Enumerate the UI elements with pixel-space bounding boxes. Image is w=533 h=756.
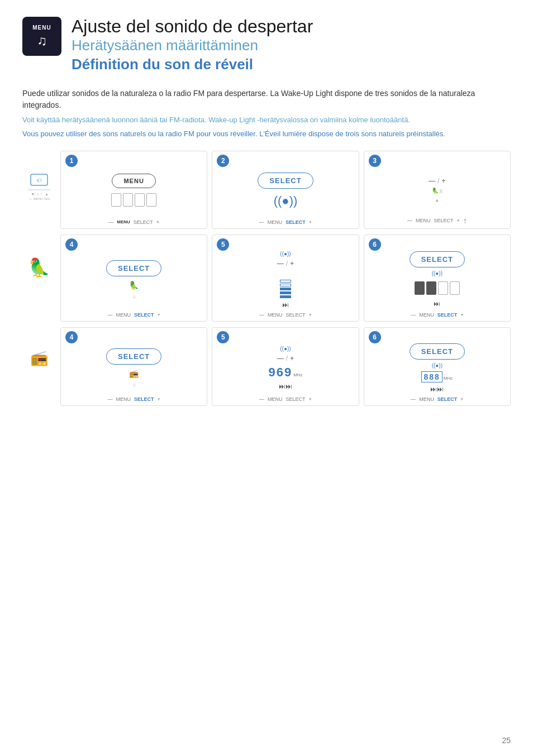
panel-step4: 4 SELECT 🦜 ♫ — MENU SELECT +	[60, 235, 207, 322]
page: MENU ♫ Ajuste del sonido de despertar He…	[0, 0, 533, 439]
step6fm-ctrl: — MENU SELECT +	[411, 396, 463, 402]
bird-icon-small: 🦜	[432, 188, 439, 194]
body-text-fr: Vous pouvez utiliser des sons naturels o…	[22, 128, 511, 140]
step1-ctrl: — MENU SELECT +	[108, 219, 159, 225]
step2-ctrl: — MENU SELECT +	[259, 219, 312, 225]
step5n-minusplus: — / +	[277, 260, 294, 267]
step6fm-content: SELECT ((●)) 888 MHz ⏭⏭ — MENU	[370, 332, 505, 402]
ctrl-select4-hl: SELECT	[134, 312, 154, 318]
body-text: Puede utilizar sonidos de la naturaleza …	[22, 88, 511, 140]
step6n-ctrl: — MENU SELECT +	[411, 312, 463, 318]
step6fm-num: 6	[369, 331, 381, 343]
step1-content: MENU — MENU SELECT +	[66, 156, 201, 225]
step4fm-select-btn[interactable]: SELECT	[106, 348, 161, 365]
svg-text:□: □	[34, 193, 36, 196]
step5fm-content: ((●)) — / + 969 MHz ⏭⏭	[218, 332, 353, 402]
step4fm-radio: 📻	[129, 369, 139, 378]
display-cell-1	[111, 193, 121, 207]
skip-fwd6fm: ⏭⏭	[430, 385, 444, 393]
step4-content: SELECT 🦜 ♫ — MENU SELECT +	[66, 240, 201, 318]
instruction-row-1: 🏷 ▼ □ ♪ ○ ▲ — MENU SELECT +	[22, 151, 511, 229]
ctrl-menu4: MENU	[116, 312, 131, 318]
seg4	[280, 284, 291, 286]
ctrl-menu5fm: MENU	[268, 396, 283, 402]
music-icon: ♫	[37, 33, 47, 49]
step1-menu-btn[interactable]: MENU	[112, 174, 155, 188]
sound-wave-icon: ((●))	[280, 251, 291, 257]
device-icon-row1: 🏷 ▼ □ ♪ ○ ▲ — MENU SELECT +	[28, 173, 50, 201]
row3-panels: 4 SELECT 📻 ♫ — MENU SELECT +	[60, 327, 511, 406]
panel-step6-fm: 6 SELECT ((●)) 888 MHz ⏭⏭	[364, 327, 511, 406]
display-cell-2	[123, 193, 133, 207]
display-cell-3	[135, 193, 145, 207]
step6fm-wave: ((●))	[432, 362, 442, 369]
step2-num: 2	[217, 155, 229, 167]
d2	[426, 281, 436, 295]
step5n-controls: ((●))	[280, 251, 291, 257]
ctrl-menu4fm: MENU	[116, 396, 131, 402]
plus-icon: +	[441, 177, 445, 185]
panel-step3: 3 — / + 🦜 ))	[364, 151, 511, 229]
panel-step2: 2 SELECT ((●)) — MENU SELECT +	[212, 151, 359, 229]
step3-vol-label: ▲	[435, 198, 439, 203]
step6n-num: 6	[369, 238, 381, 251]
ctrl-menu3: MENU	[416, 218, 431, 223]
ctrl-plus5fm: +	[309, 396, 312, 402]
ctrl-plus4fm: +	[158, 396, 160, 402]
step4fm-sound: ♫	[132, 382, 136, 387]
sound-icon: ((●))	[274, 194, 298, 208]
step2-select-btn[interactable]: SELECT	[258, 173, 313, 189]
ctrl-menu6n: MENU	[419, 312, 434, 318]
step3-device-label: ))	[440, 188, 442, 193]
title-fi: Herätysäänen määrittäminen	[72, 36, 313, 55]
body-text-fi: Voit käyttää herätysäänenä luonnon ääniä…	[22, 114, 511, 126]
menu-icon-label: MENU	[32, 25, 51, 31]
ctrl-select3: SELECT	[434, 218, 453, 223]
step4-bird: 🦜	[129, 281, 139, 290]
fm-freq-display: 969 MHz	[268, 365, 302, 380]
step1-display	[111, 193, 156, 207]
ctrl-select4fm-hl: SELECT	[134, 396, 154, 402]
ctrl-minus5fm: —	[259, 396, 264, 402]
step4fm-content: SELECT 📻 ♫ — MENU SELECT +	[66, 332, 201, 402]
ctrl-plus3: +	[456, 218, 459, 223]
seg3	[280, 288, 291, 290]
d3	[438, 281, 448, 295]
panel-step1: 1 MENU — M	[60, 151, 207, 229]
ctrl-select6n-hl: SELECT	[437, 312, 458, 318]
row2-panels: 4 SELECT 🦜 ♫ — MENU SELECT +	[60, 235, 511, 322]
step5n-ctrl: — MENU SELECT +	[259, 312, 312, 318]
ctrl-plus4: +	[158, 312, 160, 318]
minus-5n: —	[277, 260, 284, 267]
ctrl-menu2: MENU	[268, 219, 283, 225]
ctrl-plus: +	[156, 219, 159, 225]
ctrl-minus5n: —	[259, 312, 264, 318]
d1	[415, 281, 425, 295]
ctrl-plus6n: +	[460, 312, 463, 318]
step4-select-btn[interactable]: SELECT	[106, 260, 161, 276]
step3-minusplus: — / +	[429, 177, 445, 185]
step6fm-mhz: MHz	[444, 376, 453, 381]
ctrl-plus2: +	[309, 219, 312, 225]
page-number: 25	[502, 736, 511, 745]
step6fm-display: 888	[421, 371, 442, 382]
step5fm-num: 5	[217, 331, 229, 343]
step4fm-ctrl: — MENU SELECT +	[108, 396, 160, 402]
step5fm-wave: ((●))	[280, 346, 291, 352]
step5n-content: ((●)) — / +	[218, 240, 353, 318]
step6n-select-btn[interactable]: SELECT	[410, 251, 465, 267]
skip-fwd6n: ⏭	[434, 300, 440, 308]
ctrl-select: SELECT	[134, 219, 153, 225]
step6fm-select-btn[interactable]: SELECT	[410, 343, 465, 360]
ctrl-minus3: —	[407, 218, 412, 223]
header: MENU ♫ Ajuste del sonido de despertar He…	[22, 17, 511, 74]
volume-segments	[280, 270, 291, 298]
d4	[450, 281, 460, 295]
title-block: Ajuste del sonido de despertar Herätysää…	[72, 17, 313, 74]
ctrl-minus2: —	[259, 219, 264, 225]
step5fm-minusplus: — / +	[277, 355, 294, 362]
skip-fwd5fm: ⏭⏭	[279, 382, 292, 390]
ctrl-minus: —	[108, 219, 113, 225]
body-text-es: Puede utilizar sonidos de la naturaleza …	[22, 88, 511, 111]
plus-5fm: +	[290, 355, 294, 362]
